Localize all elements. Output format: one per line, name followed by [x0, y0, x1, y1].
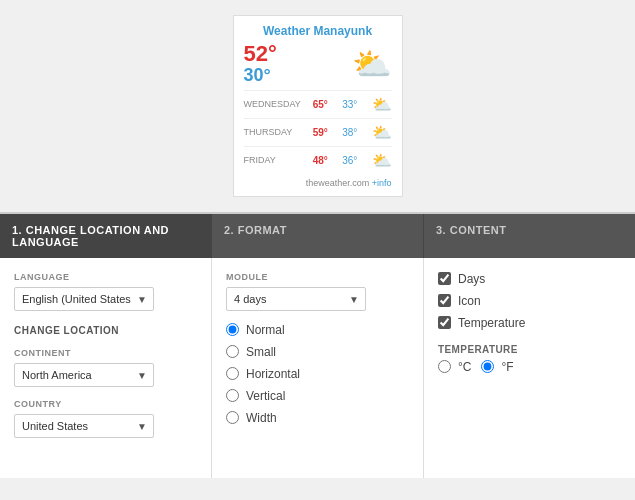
forecast-row: THURSDAY 59° 38° ⛅ [244, 118, 392, 146]
forecast-high: 48° [313, 155, 328, 166]
forecast-low: 33° [342, 99, 357, 110]
tab-content[interactable]: 3. Content [424, 214, 635, 258]
temp-radio-c[interactable] [438, 360, 451, 373]
layout-radio-width[interactable] [226, 411, 239, 424]
weather-widget: Weather Manayunk 52° 30° ⛅ WEDNESDAY 65°… [233, 15, 403, 197]
weather-title: Weather Manayunk [244, 24, 392, 38]
language-select-wrap: English (United States)FrenchSpanishGerm… [14, 287, 154, 311]
forecast-day: WEDNESDAY [244, 99, 299, 109]
module-select-wrap: 4 days1 day2 days3 days5 days ▼ [226, 287, 366, 311]
layout-radio-item[interactable]: Small [226, 345, 409, 359]
temp-radio-item[interactable]: °C [438, 360, 471, 374]
layout-radio-label: Width [246, 411, 277, 425]
today-icon: ⛅ [352, 45, 392, 83]
tab-format[interactable]: 2. Format [212, 214, 424, 258]
content-checkbox-item[interactable]: Days [438, 272, 621, 286]
weather-footer: theweather.com +info [244, 178, 392, 188]
continent-select[interactable]: North AmericaEuropeAsiaAfricaSouth Ameri… [14, 363, 154, 387]
module-select[interactable]: 4 days1 day2 days3 days5 days [226, 287, 366, 311]
forecast-rows: WEDNESDAY 65° 33° ⛅ THURSDAY 59° 38° ⛅ F… [244, 90, 392, 174]
today-low: 30° [244, 66, 346, 86]
forecast-day: FRIDAY [244, 155, 299, 165]
layout-radio-label: Small [246, 345, 276, 359]
forecast-day: THURSDAY [244, 127, 299, 137]
change-location-label: CHANGE LOCATION [14, 325, 197, 336]
forecast-row: WEDNESDAY 65° 33° ⛅ [244, 90, 392, 118]
layout-radio-label: Horizontal [246, 367, 300, 381]
layout-radio-item[interactable]: Vertical [226, 389, 409, 403]
temp-radio-f[interactable] [481, 360, 494, 373]
panel-content: DaysIconTemperature TEMPERATURE °C°F [424, 258, 635, 478]
tab-bar: 1. Change Location and Language 2. Forma… [0, 214, 635, 258]
content-checkbox-label: Days [458, 272, 485, 286]
temperature-section-label: TEMPERATURE [438, 344, 621, 355]
layout-radio-item[interactable]: Normal [226, 323, 409, 337]
content-checkbox-label: Temperature [458, 316, 525, 330]
forecast-icon: ⛅ [372, 151, 392, 170]
forecast-icon: ⛅ [372, 123, 392, 142]
country-select-wrap: United StatesCanadaMexico ▼ [14, 414, 154, 438]
module-label: MODULE [226, 272, 409, 282]
panels: LANGUAGE English (United States)FrenchSp… [0, 258, 635, 478]
forecast-row: FRIDAY 48° 36° ⛅ [244, 146, 392, 174]
forecast-icon: ⛅ [372, 95, 392, 114]
temp-radio-item[interactable]: °F [481, 360, 513, 374]
content-checkbox-label: Icon [458, 294, 481, 308]
country-select[interactable]: United StatesCanadaMexico [14, 414, 154, 438]
forecast-high: 65° [313, 99, 328, 110]
temp-radio-label: °C [458, 360, 471, 374]
layout-radio-group: NormalSmallHorizontalVerticalWidth [226, 323, 409, 425]
temp-radio-label: °F [501, 360, 513, 374]
weather-today: 52° 30° ⛅ [244, 42, 392, 86]
today-high: 52° [244, 42, 346, 66]
forecast-low: 38° [342, 127, 357, 138]
layout-radio-small[interactable] [226, 345, 239, 358]
content-checkbox-temperature[interactable] [438, 316, 451, 329]
content-checkbox-item[interactable]: Icon [438, 294, 621, 308]
forecast-high: 59° [313, 127, 328, 138]
country-label: COUNTRY [14, 399, 197, 409]
layout-radio-vertical[interactable] [226, 389, 239, 402]
layout-radio-item[interactable]: Horizontal [226, 367, 409, 381]
content-checkbox-item[interactable]: Temperature [438, 316, 621, 330]
layout-radio-label: Normal [246, 323, 285, 337]
today-temps: 52° 30° [244, 42, 346, 86]
content-checkbox-icon[interactable] [438, 294, 451, 307]
content-checkbox-days[interactable] [438, 272, 451, 285]
continent-label: CONTINENT [14, 348, 197, 358]
layout-radio-normal[interactable] [226, 323, 239, 336]
weather-area: Weather Manayunk 52° 30° ⛅ WEDNESDAY 65°… [0, 0, 635, 212]
language-label: LANGUAGE [14, 272, 197, 282]
layout-radio-item[interactable]: Width [226, 411, 409, 425]
weather-info-link[interactable]: +info [372, 178, 392, 188]
tab-location[interactable]: 1. Change Location and Language [0, 214, 212, 258]
panel-location: LANGUAGE English (United States)FrenchSp… [0, 258, 212, 478]
forecast-low: 36° [342, 155, 357, 166]
panel-format: MODULE 4 days1 day2 days3 days5 days ▼ N… [212, 258, 424, 478]
content-checkboxes: DaysIconTemperature [438, 272, 621, 330]
layout-radio-label: Vertical [246, 389, 285, 403]
language-select[interactable]: English (United States)FrenchSpanishGerm… [14, 287, 154, 311]
layout-radio-horizontal[interactable] [226, 367, 239, 380]
continent-select-wrap: North AmericaEuropeAsiaAfricaSouth Ameri… [14, 363, 154, 387]
temp-radio-group: °C°F [438, 360, 621, 374]
